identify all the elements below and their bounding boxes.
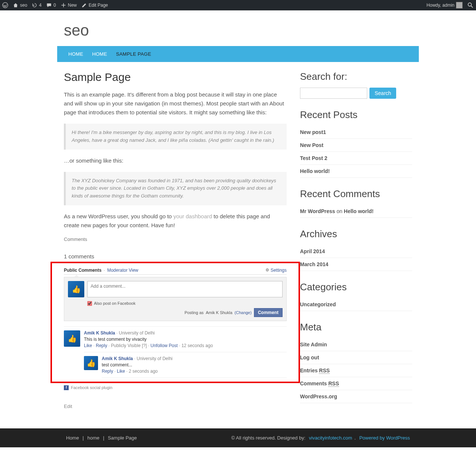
wp-logo-icon[interactable] — [2, 2, 8, 8]
search-button[interactable]: Search — [369, 88, 396, 99]
fb-comment-2: Amik K Shukla · University of Delhi test… — [84, 352, 287, 378]
comments-item[interactable]: 0 — [46, 2, 56, 8]
fb-c2-name[interactable]: Amik K Shukla — [102, 356, 133, 361]
widget-categories: Categories Uncategorized — [300, 281, 412, 311]
pencil-icon — [81, 2, 87, 8]
updates-item[interactable]: 4 — [32, 2, 42, 8]
comments-count: 1 comments — [64, 253, 287, 259]
widget-meta: Meta Site Admin Log out Entries RSS Comm… — [300, 321, 412, 403]
list-item[interactable]: WordPress.org — [300, 390, 412, 403]
edit-page-item[interactable]: Edit Page — [81, 2, 108, 8]
new-item[interactable]: New — [61, 2, 77, 8]
widget-recent-posts: Recent Posts New post1 New Post Test Pos… — [300, 109, 412, 178]
list-item[interactable]: Site Admin — [300, 338, 412, 351]
list-item[interactable]: Uncategorized — [300, 298, 412, 311]
avatar — [456, 2, 463, 9]
wp-adminbar: seo 4 0 New Edit Page Howdy, admin — [0, 0, 476, 10]
search-input[interactable] — [300, 88, 367, 99]
search-toggle[interactable] — [467, 2, 474, 9]
list-item[interactable]: Mr WordPress on Hello world! — [300, 205, 412, 218]
page-title: Sample Page — [64, 71, 287, 84]
site-name-item[interactable]: seo — [13, 2, 27, 8]
fb-compose: Add a comment... Also post on Facebook P… — [64, 277, 287, 321]
fb-comment-1: Amik K Shukla · University of Delhi This… — [64, 326, 287, 352]
dashboard-link[interactable]: your dashboard — [173, 213, 212, 219]
comments-heading: Comments — [64, 236, 287, 242]
blockquote-2: The XYZ Doohickey Company was founded in… — [64, 172, 287, 205]
list-item[interactable]: Log out — [300, 351, 412, 364]
comment-icon — [46, 2, 52, 8]
footer-link[interactable]: Sample Page — [108, 435, 137, 441]
fb-settings-link[interactable]: ⚙ Settings — [265, 268, 287, 273]
fb-tab-moderator[interactable]: Moderator View — [107, 268, 138, 273]
nav-home-2[interactable]: HOME — [88, 46, 111, 62]
list-item[interactable]: Test Post 2 — [300, 152, 412, 165]
svg-line-2 — [471, 6, 473, 7]
home-icon — [13, 2, 19, 8]
fb-c1-reply[interactable]: Reply — [96, 343, 107, 348]
fb-social-plugin[interactable]: f Facebook social plugin — [64, 385, 287, 390]
nav-sample-page[interactable]: SAMPLE PAGE — [111, 46, 156, 62]
fb-change-link[interactable]: (Change) — [235, 310, 252, 315]
fb-avatar-2 — [84, 356, 98, 370]
widget-recent-comments: Recent Comments Mr WordPress on Hello wo… — [300, 188, 412, 218]
main-nav: HOME HOME SAMPLE PAGE — [57, 46, 419, 62]
list-item[interactable]: March 2014 — [300, 258, 412, 271]
fb-alsopost-checkbox[interactable] — [87, 301, 92, 306]
facebook-icon: f — [64, 385, 69, 390]
fb-c1-name[interactable]: Amik K Shukla — [84, 330, 115, 336]
page-text-3: As a new WordPress user, you should go t… — [64, 212, 287, 230]
fb-c1-unfollow[interactable]: Unfollow Post — [150, 343, 177, 348]
widget-archives: Archives April 2014 March 2014 — [300, 228, 412, 271]
greeting[interactable]: Howdy, admin — [427, 2, 463, 9]
fb-comments-highlight: Public Comments · Moderator View ⚙ Setti… — [50, 262, 300, 383]
fb-avatar-me — [68, 281, 84, 297]
widget-search: Search for: Search — [300, 71, 412, 99]
list-item[interactable]: New Post — [300, 139, 412, 152]
fb-avatar-1 — [64, 330, 80, 347]
list-item[interactable]: New post1 — [300, 126, 412, 139]
plus-icon — [61, 2, 66, 8]
fb-c2-reply[interactable]: Reply — [102, 369, 113, 374]
nav-home-1[interactable]: HOME — [64, 46, 88, 62]
svg-point-1 — [468, 3, 472, 6]
footer-wp[interactable]: Powered by WordPress — [359, 435, 410, 441]
fb-c2-like[interactable]: Like — [117, 369, 125, 374]
fb-alsopost-row[interactable]: Also post on Facebook — [87, 301, 283, 306]
page-text-2: …or something like this: — [64, 156, 287, 165]
list-item[interactable]: Hello world! — [300, 165, 412, 178]
fb-comment-input[interactable]: Add a comment... — [87, 281, 283, 297]
page-text-1: This is an example page. It's different … — [64, 90, 287, 117]
site-title[interactable]: seo — [57, 22, 419, 46]
footer-vivacity[interactable]: vivacityinfotech.com — [309, 435, 352, 441]
list-item[interactable]: Comments RSS — [300, 377, 412, 390]
fb-c1-like[interactable]: Like — [84, 343, 92, 348]
fb-tab-public[interactable]: Public Comments — [64, 268, 101, 273]
list-item[interactable]: April 2014 — [300, 245, 412, 258]
footer: Home | home | Sample Page © All rights r… — [57, 428, 419, 447]
footer-link[interactable]: home — [87, 435, 100, 441]
search-icon — [467, 2, 474, 9]
blockquote-1: Hi there! I'm a bike messenger by day, a… — [64, 124, 287, 150]
refresh-icon — [32, 2, 38, 8]
fb-comment-button[interactable]: Comment — [254, 308, 283, 317]
footer-link[interactable]: Home — [66, 435, 79, 441]
edit-page-link[interactable]: Edit — [64, 404, 72, 409]
gear-icon: ⚙ — [265, 268, 269, 272]
list-item[interactable]: Entries RSS — [300, 364, 412, 377]
